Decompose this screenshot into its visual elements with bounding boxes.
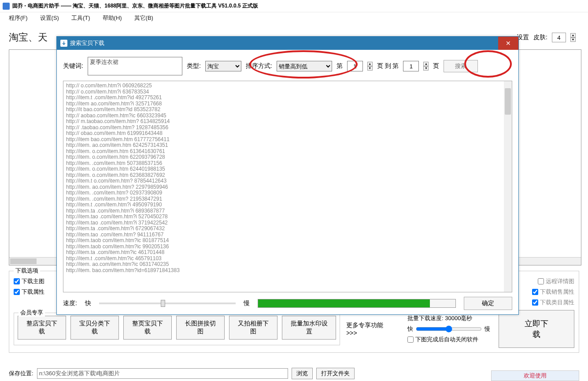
url-line: http:// obao.com/item.htm 619991643448 bbox=[66, 131, 503, 137]
save-path-input[interactable] bbox=[37, 368, 288, 379]
url-line: http://item.tao .com/item.htm?i 37194225… bbox=[66, 220, 503, 226]
window-title: 固乔 - 电商图片助手 —— 淘宝、天猫、1688阿里、京东、微商相册等图片批量… bbox=[12, 2, 258, 10]
dlg-speed-slider[interactable] bbox=[99, 303, 236, 304]
more-features-link[interactable]: 更多专享功能>>> bbox=[346, 321, 392, 336]
menu-program[interactable]: 程序(F) bbox=[9, 14, 28, 22]
url-line: http://item.t .com/item.htm?i 4950979190 bbox=[66, 202, 503, 208]
btn-category-dl[interactable]: 宝贝分类下载 bbox=[70, 316, 119, 340]
bulk-speed-slider[interactable] bbox=[416, 325, 482, 332]
url-line: http://item.ta .com/item.htm?i 689368787… bbox=[66, 208, 503, 214]
member-group: 会员专享 整店宝贝下载 宝贝分类下载 整页宝贝下载 长图拼接切图 又拍相册下图 … bbox=[14, 313, 340, 345]
page-from-spinner[interactable]: ▲▼ bbox=[367, 62, 373, 71]
save-label: 保存位置: bbox=[9, 370, 33, 377]
bulk-speed-value: 30000毫秒 bbox=[445, 315, 472, 321]
url-line: http://item ao.com/item.htm?i 325717668 bbox=[66, 101, 503, 107]
url-line: http:// o.com/item.htm?i 636783534 bbox=[66, 89, 503, 95]
url-line: http://item. .com/item.htm 507388537156 bbox=[66, 161, 503, 167]
url-line: http://item.ta .com/item.htm?i 672906743… bbox=[66, 226, 503, 232]
skin-input[interactable] bbox=[552, 33, 566, 42]
menu-settings[interactable]: 设置(S) bbox=[40, 14, 59, 22]
chk-attr-img[interactable] bbox=[14, 289, 20, 295]
page-to-input[interactable] bbox=[403, 61, 419, 71]
sort-select[interactable]: 销量高到低 bbox=[277, 61, 332, 71]
url-line: http://item.t .com/item.htm?ic 465791103 bbox=[66, 256, 503, 262]
chk-auto-close[interactable] bbox=[407, 336, 414, 343]
status-bar: 欢迎使用 bbox=[491, 370, 579, 381]
dialog-close-button[interactable]: ✕ bbox=[498, 37, 518, 50]
search-button[interactable]: 搜索 bbox=[444, 60, 478, 72]
url-line: http://it bao.com/item.htm?id 853523782 bbox=[66, 107, 503, 113]
url-line: http://item.ta .com/item.htm?ic 46170144… bbox=[66, 250, 503, 256]
title-bar: 固乔 - 电商图片助手 —— 淘宝、天猫、1688阿里、京东、微商相册等图片批量… bbox=[0, 0, 588, 12]
url-line: http:// o.com/item.htm?i 0609268225 bbox=[66, 83, 503, 89]
url-line: http://item bao.com/item.htm 61777275641… bbox=[66, 137, 503, 143]
member-legend: 会员专享 bbox=[18, 309, 45, 317]
page-suffix: 页 bbox=[433, 62, 439, 70]
page-from-input[interactable] bbox=[347, 61, 363, 71]
skin-spinner[interactable]: ▲▼ bbox=[570, 33, 576, 42]
dlg-speed-label: 速度: bbox=[63, 299, 77, 307]
btn-long-img[interactable]: 长图拼接切图 bbox=[176, 316, 225, 340]
menu-tools[interactable]: 工具(T) bbox=[71, 14, 90, 22]
url-line: http://item.taob com/item.htm?ic 9902051… bbox=[66, 244, 503, 250]
url-line: http://item. .com/item.htm? 21953847291 bbox=[66, 196, 503, 202]
bulk-speed-label: 批量下载速度: bbox=[407, 315, 444, 321]
page-prefix: 第 bbox=[337, 62, 343, 70]
btn-upai-album[interactable]: 又拍相册下图 bbox=[229, 316, 277, 340]
menu-other[interactable]: 其它(B) bbox=[134, 14, 153, 22]
download-now-button[interactable]: 立即下载 bbox=[499, 310, 574, 348]
chk-remote-detail[interactable] bbox=[538, 278, 544, 284]
url-results-box[interactable]: http:// o.com/item.htm?i 0609268225http:… bbox=[63, 81, 512, 292]
url-line: http://item. o.com/item.htm 624401988135 bbox=[66, 166, 503, 172]
url-line: http://item. o.com/item.htm 622093796728 bbox=[66, 154, 503, 161]
keyword-label: 关键词: bbox=[63, 62, 83, 70]
progress-bar bbox=[258, 299, 456, 308]
page-heading: 淘宝、天 bbox=[9, 31, 48, 44]
ok-button[interactable]: 确定 bbox=[464, 297, 512, 310]
dialog-title-bar[interactable]: 搜索宝贝下载 ✕ bbox=[57, 37, 518, 50]
url-line: http:// m.taobao.com/item.htm? 613482591… bbox=[66, 119, 503, 125]
url-line: http://item.tao .com/item.htm? 941116767 bbox=[66, 232, 503, 238]
url-line: http://item. o.com/item.htm 623683827692 bbox=[66, 172, 503, 179]
type-select[interactable]: 淘宝 bbox=[205, 61, 241, 71]
chk-main-img[interactable] bbox=[14, 278, 20, 284]
url-line: http://item. ao.com/item.htm 62425731435… bbox=[66, 142, 503, 149]
keyword-input[interactable]: 夏季连衣裙 bbox=[88, 57, 182, 75]
url-line: http:// .taobao.com/item.htm? 1928748535… bbox=[66, 125, 503, 131]
url-line: http://item.tao .com/item.htm?i 52704502… bbox=[66, 214, 503, 220]
v-scrollbar[interactable] bbox=[504, 81, 512, 292]
url-line: http://item. ao.com/item.htm?ic 06317402… bbox=[66, 261, 503, 268]
url-line: http://item. .com/item.htm? 02937390809 bbox=[66, 190, 503, 196]
page-to-spinner[interactable]: ▲▼ bbox=[423, 62, 429, 71]
dialog-title-text: 搜索宝贝下载 bbox=[70, 39, 104, 47]
speed-slow-label: 慢 bbox=[484, 325, 490, 333]
app-icon bbox=[3, 3, 10, 10]
browse-button[interactable]: 浏览 bbox=[292, 368, 313, 379]
url-line: http://item.t .com/item.htm?id 492775261 bbox=[66, 95, 503, 101]
url-line: http://item. bao.com/item.htm?id=6189718… bbox=[66, 268, 503, 274]
page-mid-label: 页 到 第 bbox=[377, 62, 399, 70]
chk-sale-attr[interactable] bbox=[532, 289, 538, 295]
options-legend: 下载选项 bbox=[14, 267, 40, 275]
url-line: http:// aobao.com/item.htm?ic 6603323945 bbox=[66, 113, 503, 119]
sort-label: 排序方式: bbox=[246, 62, 272, 70]
dlg-fast-label: 快 bbox=[85, 299, 91, 307]
url-line: http://item. ao.com/item.htm? 2297985994… bbox=[66, 184, 503, 190]
menu-help[interactable]: 帮助(H) bbox=[103, 14, 122, 22]
url-line: http://item. o.com/item.htm 613641630761 bbox=[66, 149, 503, 155]
dlg-slow-label: 慢 bbox=[244, 299, 250, 307]
menu-bar: 程序(F) 设置(S) 工具(T) 帮助(H) 其它(B) bbox=[0, 12, 588, 24]
btn-whole-page[interactable]: 整页宝贝下载 bbox=[123, 316, 172, 340]
url-line: http://item.t o.com/item.htm? 8785441264… bbox=[66, 178, 503, 184]
speed-fast-label: 快 bbox=[407, 325, 413, 333]
dialog-icon bbox=[60, 40, 67, 47]
type-label: 类型: bbox=[187, 62, 201, 70]
skin-label: 皮肤: bbox=[533, 34, 547, 41]
url-line: http://item.taob com/item.htm?ic 8018775… bbox=[66, 238, 503, 244]
btn-whole-store[interactable]: 整店宝贝下载 bbox=[18, 316, 66, 340]
btn-watermark[interactable]: 批量加水印设置 bbox=[282, 316, 336, 340]
search-dialog: 搜索宝贝下载 ✕ 关键词: 夏季连衣裙 类型: 淘宝 排序方式: 销量高到低 第… bbox=[56, 36, 519, 315]
open-folder-button[interactable]: 打开文件夹 bbox=[316, 368, 355, 379]
chk-cat-attr[interactable] bbox=[532, 299, 538, 306]
